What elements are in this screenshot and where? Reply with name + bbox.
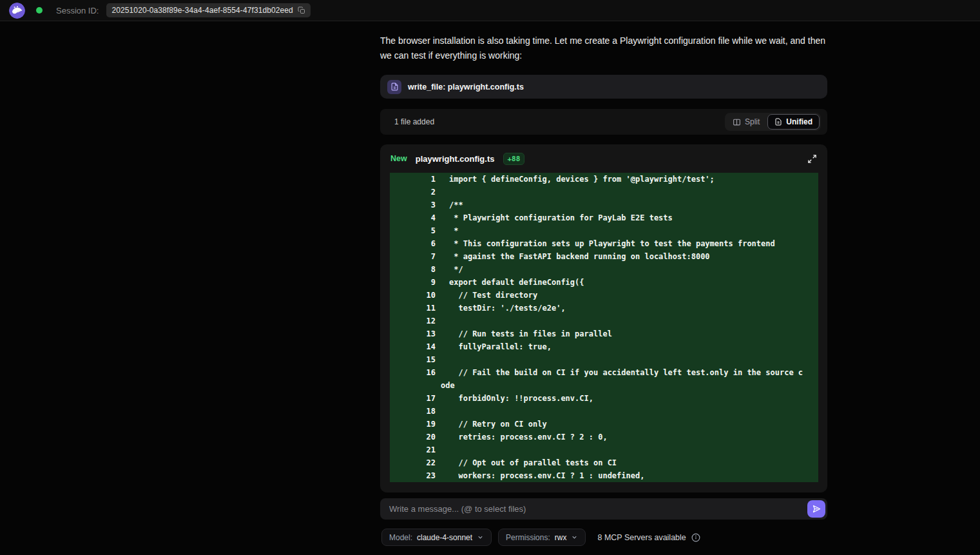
code-line: 14 fullyParallel: true,: [390, 340, 818, 353]
unified-view-button[interactable]: Unified: [767, 114, 820, 130]
mcp-servers-status: 8 MCP Servers available: [597, 533, 700, 542]
model-value: claude-4-sonnet: [417, 533, 472, 542]
code-line: 5 *: [390, 224, 818, 237]
diff-status-new: New: [390, 154, 407, 163]
line-text: // Opt out of parallel tests on CI: [441, 456, 803, 469]
code-line: 17 forbidOnly: !!process.env.CI,: [390, 392, 818, 405]
diff-file-card: New playwright.config.ts +88 1 import { …: [380, 144, 827, 492]
diff-toolbar: 1 file added Split Unified: [380, 109, 827, 135]
line-text: import { defineConfig, devices } from '@…: [441, 173, 803, 186]
split-columns-icon: [733, 118, 741, 126]
code-line: 12: [390, 315, 818, 327]
line-number: 10: [390, 289, 436, 302]
permissions-selector[interactable]: Permissions: rwx: [498, 529, 586, 546]
code-line: 13 // Run tests in files in parallel: [390, 327, 818, 340]
code-line: 4 * Playwright configuration for PayLab …: [390, 211, 818, 224]
tool-call-card[interactable]: write_file: playwright.config.ts: [380, 75, 827, 99]
line-number: 21: [390, 443, 436, 456]
copy-icon[interactable]: [298, 6, 305, 14]
line-text: retries: process.env.CI ? 2 : 0,: [441, 431, 803, 443]
expand-icon[interactable]: [807, 154, 817, 164]
line-text: /**: [441, 199, 803, 211]
line-number: 9: [390, 276, 436, 289]
line-number: 6: [390, 237, 436, 250]
code-block[interactable]: 1 import { defineConfig, devices } from …: [390, 173, 818, 482]
line-number: 12: [390, 315, 436, 327]
code-line: 11 testDir: './tests/e2e',: [390, 302, 818, 315]
line-number: 11: [390, 302, 436, 315]
line-number: 23: [390, 469, 436, 482]
line-text: * This configuration sets up Playwright …: [441, 237, 803, 250]
line-number: 20: [390, 431, 436, 443]
code-line: 6 * This configuration sets up Playwrigh…: [390, 237, 818, 250]
code-line: 1 import { defineConfig, devices } from …: [390, 173, 818, 186]
line-text: *: [441, 224, 803, 237]
line-text: testDir: './tests/e2e',: [441, 302, 803, 315]
model-label: Model:: [389, 533, 412, 542]
line-number: 3: [390, 199, 436, 211]
line-text: forbidOnly: !!process.env.CI,: [441, 392, 803, 405]
app-logo-icon: [9, 3, 25, 19]
session-footer: Model: claude-4-sonnet Permissions: rwx …: [380, 529, 827, 546]
permissions-label: Permissions:: [506, 533, 550, 542]
message-input[interactable]: [389, 504, 807, 514]
code-line: 8 */: [390, 263, 818, 276]
line-number: 14: [390, 340, 436, 353]
line-text: * Playwright configuration for PayLab E2…: [441, 211, 803, 224]
line-text: [441, 443, 803, 456]
unified-file-icon: [774, 118, 782, 126]
line-number: 19: [390, 418, 436, 431]
code-line: 19 // Retry on CI only: [390, 418, 818, 431]
session-id-chip[interactable]: 20251020-0a38f89e-34a4-4aef-8554-47f31db…: [106, 3, 310, 17]
files-changed-text: 1 file added: [394, 117, 434, 126]
chevron-down-icon: [571, 534, 578, 541]
session-id-value: 20251020-0a38f89e-34a4-4aef-8554-47f31db…: [111, 6, 293, 15]
line-text: [441, 405, 803, 418]
permissions-value: rwx: [555, 533, 567, 542]
line-text: */: [441, 263, 803, 276]
line-text: workers: process.env.CI ? 1 : undefined,: [441, 469, 803, 482]
line-number: 4: [390, 211, 436, 224]
line-number: 15: [390, 353, 436, 366]
line-number: 2: [390, 186, 436, 199]
line-number: 22: [390, 456, 436, 469]
split-view-label: Split: [745, 117, 760, 126]
model-selector[interactable]: Model: claude-4-sonnet: [381, 529, 492, 546]
top-bar: Session ID: 20251020-0a38f89e-34a4-4aef-…: [0, 0, 980, 21]
line-text: // Fail the build on CI if you accidenta…: [441, 366, 803, 392]
code-line: 15: [390, 353, 818, 366]
line-number: 16: [390, 366, 436, 392]
line-text: [441, 315, 803, 327]
line-text: [441, 353, 803, 366]
info-icon[interactable]: [691, 533, 700, 542]
code-line: 10 // Test directory: [390, 289, 818, 302]
line-number: 5: [390, 224, 436, 237]
code-line: 7 * against the FastAPI backend running …: [390, 250, 818, 263]
chat-column: The browser installation is also taking …: [380, 34, 827, 546]
session-id-label: Session ID:: [56, 6, 99, 15]
line-number: 7: [390, 250, 436, 263]
code-line: 22 // Opt out of parallel tests on CI: [390, 456, 818, 469]
send-button[interactable]: [807, 500, 825, 518]
tool-call-label: write_file: playwright.config.ts: [408, 83, 524, 92]
line-text: [441, 186, 803, 199]
code-line: 23 workers: process.env.CI ? 1 : undefin…: [390, 469, 818, 482]
code-line: 20 retries: process.env.CI ? 2 : 0,: [390, 431, 818, 443]
line-number: 18: [390, 405, 436, 418]
assistant-message: The browser installation is also taking …: [380, 34, 827, 63]
code-line: 9 export default defineConfig({: [390, 276, 818, 289]
line-text: // Retry on CI only: [441, 418, 803, 431]
chevron-down-icon: [477, 534, 484, 541]
session-status-dot: [36, 7, 43, 14]
mcp-servers-text: 8 MCP Servers available: [597, 533, 686, 542]
code-line: 21: [390, 443, 818, 456]
view-mode-toggle: Split Unified: [725, 113, 821, 131]
line-text: fullyParallel: true,: [441, 340, 803, 353]
split-view-button[interactable]: Split: [726, 114, 766, 130]
message-composer: [380, 498, 827, 520]
code-line: 16 // Fail the build on CI if you accide…: [390, 366, 818, 392]
code-line: 2: [390, 186, 818, 199]
code-line: 18: [390, 405, 818, 418]
unified-view-label: Unified: [786, 117, 812, 126]
line-number: 13: [390, 327, 436, 340]
